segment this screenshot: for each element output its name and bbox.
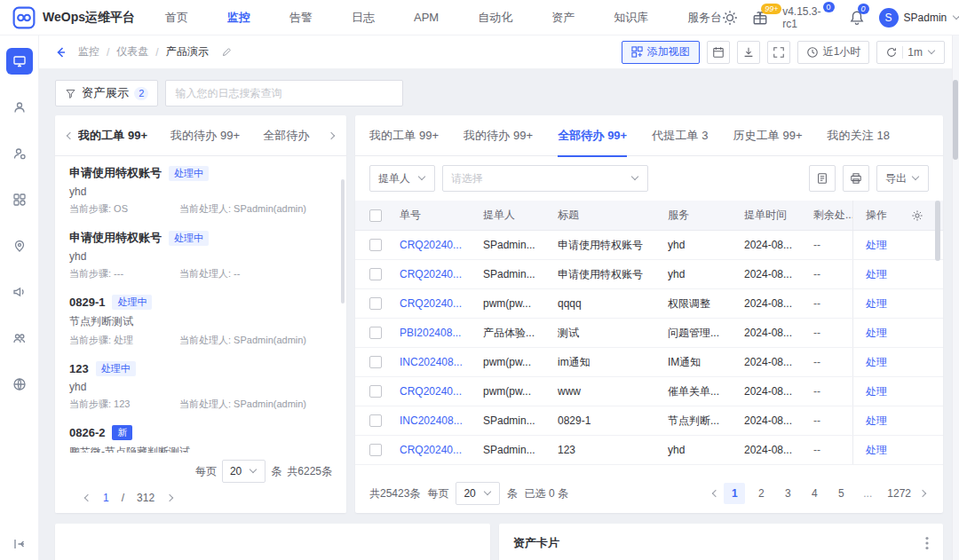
scrollbar-thumb[interactable] bbox=[935, 201, 940, 261]
page-number[interactable]: 1272 bbox=[884, 483, 915, 504]
handle-link[interactable]: 处理 bbox=[866, 414, 887, 429]
ticket-no-link[interactable]: INC202408... bbox=[400, 414, 463, 427]
back-arrow-icon[interactable] bbox=[53, 45, 67, 59]
tabs-scroll-left-icon[interactable] bbox=[64, 131, 73, 140]
kebab-menu-icon[interactable] bbox=[925, 536, 929, 550]
field-select[interactable]: 提单人 bbox=[369, 165, 435, 192]
column-header[interactable]: 操作 bbox=[852, 201, 904, 230]
gift-icon[interactable]: 99+ bbox=[752, 10, 768, 26]
ticket-no-link[interactable]: CRQ20240... bbox=[400, 297, 462, 310]
prev-page-icon[interactable] bbox=[709, 489, 718, 498]
bell-icon[interactable]: 0 bbox=[849, 10, 865, 26]
table-row[interactable]: INC202408... pwm(pw... im通知 IM通知 2024-08… bbox=[355, 348, 943, 377]
version-label[interactable]: v4.15.3-rc1 0 bbox=[782, 5, 834, 30]
handle-link[interactable]: 处理 bbox=[866, 384, 887, 399]
page-scrollbar-thumb[interactable] bbox=[953, 80, 958, 160]
column-header[interactable]: 服务 bbox=[668, 201, 744, 230]
ticket-no-link[interactable]: CRQ20240... bbox=[400, 268, 462, 280]
list-item[interactable]: 123处理中 yhd 当前步骤: 123当前处理人: SPadmin(admin… bbox=[55, 352, 346, 416]
nav-item-apm[interactable]: APM bbox=[414, 11, 439, 24]
tab-my-follows[interactable]: 我的关注18 bbox=[827, 115, 889, 156]
sidebar-item-announce[interactable] bbox=[6, 279, 33, 305]
refresh-interval-button[interactable]: 1m bbox=[876, 41, 945, 64]
table-row[interactable]: CRQ20240... SPadmin... 123 yhd 2024-08..… bbox=[355, 436, 943, 465]
export-button[interactable]: 导出 bbox=[876, 165, 929, 192]
tab-history-tickets[interactable]: 历史工单99+ bbox=[733, 115, 802, 156]
ticket-no-link[interactable]: CRQ20240... bbox=[400, 385, 462, 398]
nav-item-knowledge[interactable]: 知识库 bbox=[614, 10, 648, 26]
sidebar-item-team[interactable] bbox=[6, 325, 33, 351]
table-row[interactable]: CRQ20240... SPadmin... 申请使用特权账号 yhd 2024… bbox=[355, 260, 943, 289]
tab-all-todos[interactable]: 全部待办 bbox=[263, 115, 313, 156]
handle-link[interactable]: 处理 bbox=[866, 355, 887, 370]
handle-link[interactable]: 处理 bbox=[866, 238, 887, 253]
list-item[interactable]: 申请使用特权账号处理中 yhd 当前步骤: OS当前处理人: SPadmin(a… bbox=[55, 156, 346, 221]
tab-my-todos[interactable]: 我的待办99+ bbox=[170, 115, 240, 156]
nav-item-monitor[interactable]: 监控 bbox=[227, 10, 250, 26]
row-checkbox[interactable] bbox=[369, 444, 382, 456]
column-settings-gear-icon[interactable] bbox=[904, 201, 931, 230]
nav-item-home[interactable]: 首页 bbox=[165, 10, 188, 26]
time-range-button[interactable]: 近1小时 bbox=[797, 41, 870, 64]
handle-link[interactable]: 处理 bbox=[866, 326, 887, 341]
row-checkbox[interactable] bbox=[369, 239, 382, 251]
table-row[interactable]: INC202408... SPadmin... 0829-1 节点判断... 2… bbox=[355, 406, 943, 436]
page-number[interactable]: 5 bbox=[830, 483, 852, 504]
tab-my-tickets[interactable]: 我的工单99+ bbox=[78, 115, 147, 156]
ticket-no-link[interactable]: CRQ20240... bbox=[400, 444, 462, 456]
page-size-select[interactable]: 20 bbox=[456, 482, 499, 505]
table-row[interactable]: PBI202408... 产品体验... 测试 问题管理... 2024-08.… bbox=[355, 319, 943, 348]
list-settings-icon-button[interactable] bbox=[809, 165, 836, 192]
sidebar-item-globe[interactable] bbox=[6, 371, 33, 398]
nav-item-automation[interactable]: 自动化 bbox=[478, 10, 512, 26]
nav-item-asset[interactable]: 资产 bbox=[551, 10, 575, 26]
column-header[interactable]: 单号 bbox=[400, 201, 483, 230]
print-icon-button[interactable] bbox=[843, 165, 869, 192]
sidebar-item-dashboard[interactable] bbox=[6, 48, 33, 75]
page-size-select[interactable]: 20 bbox=[222, 460, 266, 483]
tabs-scroll-right-icon[interactable] bbox=[329, 131, 337, 140]
column-header[interactable]: 剩余处... bbox=[813, 201, 852, 230]
page-number[interactable]: 1 bbox=[724, 483, 745, 504]
row-checkbox[interactable] bbox=[369, 297, 382, 310]
breadcrumb-dashboard[interactable]: 仪表盘 bbox=[116, 44, 148, 59]
table-row[interactable]: CRQ20240... pwm(pw... www 催单关单... 2024-0… bbox=[355, 377, 943, 406]
list-item[interactable]: 申请使用特权账号处理中 yhd 当前步骤: ---当前处理人: -- bbox=[55, 221, 346, 286]
fullscreen-icon-button[interactable] bbox=[767, 41, 790, 64]
page-number[interactable]: 3 bbox=[777, 483, 798, 504]
next-page-icon[interactable] bbox=[167, 493, 176, 502]
sidebar-item-location[interactable] bbox=[6, 233, 33, 259]
asset-filter-button[interactable]: 资产展示 2 bbox=[55, 80, 158, 106]
tab-all-todos[interactable]: 全部待办99+ bbox=[558, 115, 627, 156]
row-checkbox[interactable] bbox=[369, 414, 382, 427]
user-menu[interactable]: S SPadmin bbox=[879, 8, 959, 28]
calendar-icon-button[interactable] bbox=[707, 41, 730, 64]
sidebar-item-apps[interactable] bbox=[6, 186, 33, 213]
list-item[interactable]: 0829-1处理中 节点判断测试 当前步骤: 处理当前处理人: SPadmin(… bbox=[55, 286, 346, 352]
table-row[interactable]: CRQ20240... pwm(pw... qqqq 权限调整 2024-08.… bbox=[355, 289, 943, 319]
download-icon-button[interactable] bbox=[737, 41, 760, 64]
nav-item-servicedesk[interactable]: 服务台 bbox=[687, 10, 722, 26]
row-checkbox[interactable] bbox=[369, 268, 382, 280]
list-item[interactable]: 0826-2新 鹏芯微-节点隐藏判断测试 当前步骤: 不在资源池当前处理人: S… bbox=[55, 416, 346, 453]
row-checkbox[interactable] bbox=[369, 385, 382, 398]
ticket-no-link[interactable]: INC202408... bbox=[400, 356, 463, 368]
column-header[interactable]: 标题 bbox=[558, 201, 668, 230]
edit-pencil-icon[interactable] bbox=[221, 46, 233, 58]
value-select[interactable]: 请选择 bbox=[442, 165, 648, 192]
nav-item-log[interactable]: 日志 bbox=[352, 10, 375, 26]
ticket-no-link[interactable]: PBI202408... bbox=[400, 327, 461, 339]
nav-item-alarm[interactable]: 告警 bbox=[289, 10, 313, 26]
handle-link[interactable]: 处理 bbox=[866, 296, 887, 312]
add-view-button[interactable]: 添加视图 bbox=[622, 41, 700, 64]
ticket-no-link[interactable]: CRQ20240... bbox=[400, 239, 462, 251]
app-logo-icon[interactable] bbox=[12, 6, 36, 29]
sidebar-item-user-settings[interactable] bbox=[6, 140, 33, 167]
row-checkbox[interactable] bbox=[369, 327, 382, 339]
breadcrumb-monitor[interactable]: 监控 bbox=[78, 44, 99, 59]
column-header[interactable]: 提单人 bbox=[483, 201, 558, 230]
page-number[interactable]: 2 bbox=[750, 483, 772, 504]
theme-sun-icon[interactable] bbox=[722, 10, 738, 26]
handle-link[interactable]: 处理 bbox=[866, 443, 887, 458]
sidebar-collapse-button[interactable] bbox=[0, 537, 39, 551]
